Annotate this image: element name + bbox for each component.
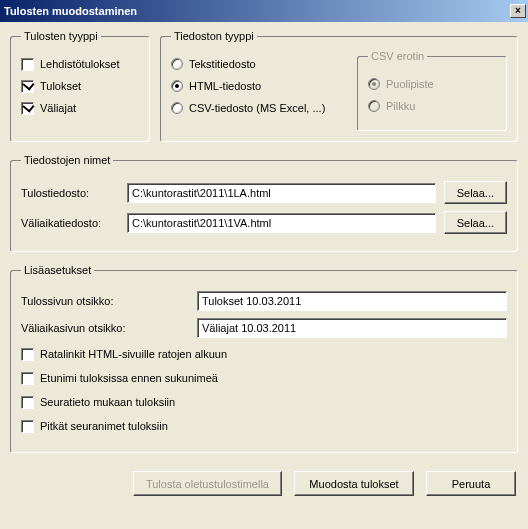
- split-file-label: Väliaikatiedosto:: [21, 217, 119, 229]
- result-file-input[interactable]: [127, 183, 436, 203]
- close-icon: ×: [515, 6, 521, 16]
- checkbox-icon: [21, 372, 34, 385]
- checkbox-route-links[interactable]: Ratalinkit HTML-sivuille ratojen alkuun: [21, 346, 507, 362]
- radio-icon: [171, 58, 183, 70]
- radio-icon: [368, 100, 380, 112]
- checkbox-splits[interactable]: Väliajat: [21, 100, 139, 116]
- radio-text-file[interactable]: Tekstitiedosto: [171, 56, 345, 72]
- browse-result-button[interactable]: Selaa...: [444, 181, 507, 204]
- group-extra-settings: Lisäasetukset Tulossivun otsikko: Väliai…: [10, 264, 518, 453]
- checkbox-label: Lehdistötulokset: [40, 58, 120, 70]
- radio-icon: [171, 102, 183, 114]
- print-default-button: Tulosta oletustulostimella: [133, 471, 282, 496]
- group-csv-separator-legend: CSV erotin: [368, 50, 427, 62]
- checkbox-icon: [21, 80, 34, 93]
- checkbox-label: Seuratieto mukaan tuloksiin: [40, 396, 175, 408]
- group-file-type-legend: Tiedoston tyyppi: [171, 30, 257, 42]
- group-result-type: Tulosten tyyppi Lehdistötulokset Tulokse…: [10, 30, 150, 142]
- radio-comma: Pilkku: [368, 98, 496, 114]
- group-csv-separator: CSV erotin Puolipiste Pilkku: [357, 50, 507, 131]
- checkbox-label: Etunimi tuloksissa ennen sukunimeä: [40, 372, 218, 384]
- checkbox-long-club-names[interactable]: Pitkät seuranimet tuloksiin: [21, 418, 507, 434]
- window-title: Tulosten muodostaminen: [4, 5, 137, 17]
- checkbox-results[interactable]: Tulokset: [21, 78, 139, 94]
- group-file-names-legend: Tiedostojen nimet: [21, 154, 113, 166]
- checkbox-label: Ratalinkit HTML-sivuille ratojen alkuun: [40, 348, 227, 360]
- result-page-title-input[interactable]: [197, 291, 507, 311]
- checkbox-label: Tulokset: [40, 80, 81, 92]
- radio-icon: [368, 78, 380, 90]
- checkbox-label: Pitkät seuranimet tuloksiin: [40, 420, 168, 432]
- checkbox-icon: [21, 58, 34, 71]
- radio-semicolon: Puolipiste: [368, 76, 496, 92]
- group-extra-settings-legend: Lisäasetukset: [21, 264, 94, 276]
- dialog-button-row: Tulosta oletustulostimella Muodosta tulo…: [10, 471, 518, 496]
- checkbox-club-info[interactable]: Seuratieto mukaan tuloksiin: [21, 394, 507, 410]
- checkbox-firstname-first[interactable]: Etunimi tuloksissa ennen sukunimeä: [21, 370, 507, 386]
- radio-csv-file[interactable]: CSV-tiedosto (MS Excel, ...): [171, 100, 345, 116]
- checkbox-label: Väliajat: [40, 102, 76, 114]
- radio-html-file[interactable]: HTML-tiedosto: [171, 78, 345, 94]
- split-file-input[interactable]: [127, 213, 436, 233]
- client-area: Tulosten tyyppi Lehdistötulokset Tulokse…: [0, 22, 528, 506]
- close-button[interactable]: ×: [510, 4, 526, 18]
- checkbox-icon: [21, 420, 34, 433]
- radio-label: Pilkku: [386, 100, 415, 112]
- title-bar: Tulosten muodostaminen ×: [0, 0, 528, 22]
- radio-icon: [171, 80, 183, 92]
- checkbox-icon: [21, 102, 34, 115]
- group-file-type: Tiedoston tyyppi Tekstitiedosto HTML-tie…: [160, 30, 518, 142]
- radio-label: CSV-tiedosto (MS Excel, ...): [189, 102, 325, 114]
- radio-label: Tekstitiedosto: [189, 58, 256, 70]
- cancel-button[interactable]: Peruuta: [426, 471, 516, 496]
- split-page-title-label: Väliaikasivun otsikko:: [21, 322, 189, 334]
- radio-label: Puolipiste: [386, 78, 434, 90]
- checkbox-press[interactable]: Lehdistötulokset: [21, 56, 139, 72]
- generate-results-button[interactable]: Muodosta tulokset: [294, 471, 414, 496]
- checkbox-icon: [21, 396, 34, 409]
- radio-label: HTML-tiedosto: [189, 80, 261, 92]
- result-page-title-label: Tulossivun otsikko:: [21, 295, 189, 307]
- checkbox-icon: [21, 348, 34, 361]
- group-result-type-legend: Tulosten tyyppi: [21, 30, 101, 42]
- browse-split-button[interactable]: Selaa...: [444, 211, 507, 234]
- group-file-names: Tiedostojen nimet Tulostiedosto: Selaa..…: [10, 154, 518, 252]
- split-page-title-input[interactable]: [197, 318, 507, 338]
- result-file-label: Tulostiedosto:: [21, 187, 119, 199]
